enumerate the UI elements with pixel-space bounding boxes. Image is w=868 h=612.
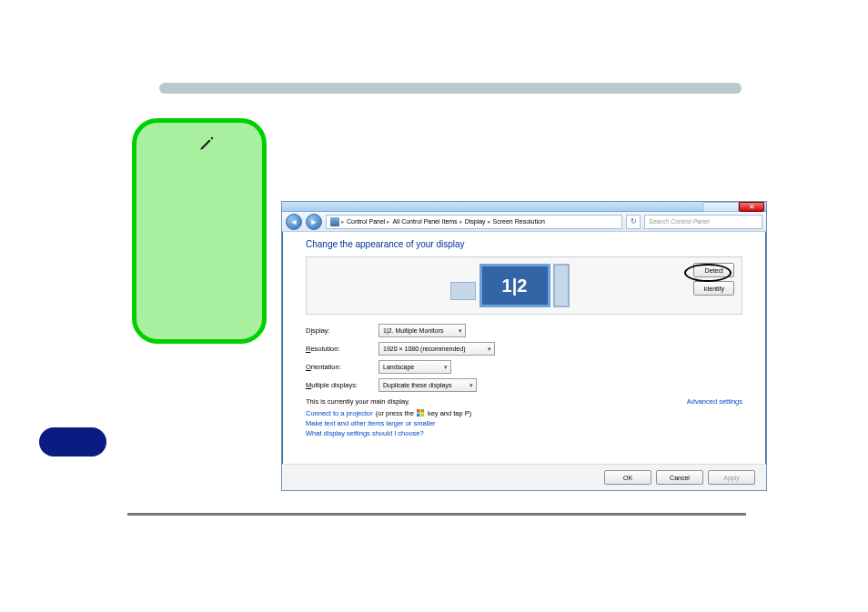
search-placeholder: Search Control Panel <box>649 218 710 225</box>
search-input[interactable]: Search Control Panel <box>644 215 762 229</box>
monitor-label: 1|2 <box>502 276 528 296</box>
breadcrumb-item[interactable]: Control Panel <box>347 218 385 225</box>
advanced-settings-link[interactable]: Advanced settings <box>687 397 742 406</box>
display-arrangement-preview[interactable]: 1|2 Detect Identify <box>306 256 742 315</box>
connect-projector-link[interactable]: Connect to a projector (or press the key… <box>306 409 742 417</box>
display-label: Display: <box>306 326 378 335</box>
window-titlebar: ✕ <box>282 202 766 212</box>
resolution-row: Resolution: 1920 × 1080 (recommended) <box>306 342 742 356</box>
identify-button[interactable]: Identify <box>693 281 734 296</box>
note-card <box>132 118 267 344</box>
svg-rect-0 <box>417 409 420 413</box>
cancel-button[interactable]: Cancel <box>656 470 703 485</box>
resolution-select[interactable]: 1920 × 1080 (recommended) <box>378 342 495 356</box>
orientation-row: Orientation: Landscape <box>306 360 742 374</box>
screen-resolution-window: ✕ ◄ ► ▸ Control Panel ▸ All Control Pane… <box>281 201 767 491</box>
main-display-text: This is currently your main display. <box>306 397 409 406</box>
breadcrumb-item[interactable]: Screen Resolution <box>493 218 545 225</box>
chevron-right-icon: ▸ <box>341 218 345 226</box>
navigation-bar: ◄ ► ▸ Control Panel ▸ All Control Panel … <box>282 212 766 232</box>
close-icon[interactable]: ✕ <box>739 202 764 212</box>
refresh-button[interactable]: ↻ <box>626 215 641 229</box>
display-help-link[interactable]: What display settings should I choose? <box>306 429 742 437</box>
control-panel-icon <box>330 217 339 226</box>
apply-button[interactable]: Apply <box>708 470 755 485</box>
resolution-label: Resolution: <box>306 345 378 353</box>
forward-button[interactable]: ► <box>306 214 322 230</box>
ok-button[interactable]: OK <box>604 470 651 485</box>
divider <box>127 513 746 516</box>
chevron-right-icon: ▸ <box>488 218 491 226</box>
windows-key-icon <box>417 409 425 417</box>
decorative-top-bar <box>159 83 742 94</box>
window-minimize-maximize[interactable] <box>702 202 739 212</box>
decorative-pill <box>39 427 106 456</box>
multiple-displays-row: Multiple displays: Duplicate these displ… <box>306 378 742 392</box>
display-select[interactable]: 1|2. Multiple Monitors <box>378 324 466 337</box>
monitor-thumbnail-small <box>450 269 476 302</box>
page-title: Change the appearance of your display <box>306 239 742 249</box>
detect-button[interactable]: Detect <box>693 263 734 277</box>
orientation-label: Orientation: <box>306 363 378 371</box>
breadcrumb[interactable]: ▸ Control Panel ▸ All Control Panel Item… <box>326 215 622 229</box>
monitor-group[interactable]: 1|2 <box>479 264 570 307</box>
chevron-right-icon: ▸ <box>387 218 390 226</box>
svg-rect-1 <box>420 409 424 413</box>
breadcrumb-item[interactable]: All Control Panel Items <box>392 218 457 225</box>
display-row: Display: 1|2. Multiple Monitors <box>306 324 742 337</box>
monitor-side[interactable] <box>553 264 570 307</box>
orientation-select[interactable]: Landscape <box>378 360 451 374</box>
link-list: Connect to a projector (or press the key… <box>306 409 742 437</box>
dialog-footer: OK Cancel Apply <box>282 464 766 490</box>
svg-rect-3 <box>420 414 424 417</box>
pencil-icon <box>198 135 215 156</box>
back-button[interactable]: ◄ <box>286 214 302 230</box>
multiple-displays-label: Multiple displays: <box>306 381 378 389</box>
multiple-displays-select[interactable]: Duplicate these displays <box>378 378 477 392</box>
chevron-right-icon: ▸ <box>459 218 463 226</box>
content-area: Change the appearance of your display 1|… <box>282 232 766 445</box>
breadcrumb-item[interactable]: Display <box>465 218 486 225</box>
text-size-link[interactable]: Make text and other items larger or smal… <box>306 419 742 427</box>
svg-rect-2 <box>417 414 420 417</box>
monitor-main[interactable]: 1|2 <box>479 264 550 307</box>
